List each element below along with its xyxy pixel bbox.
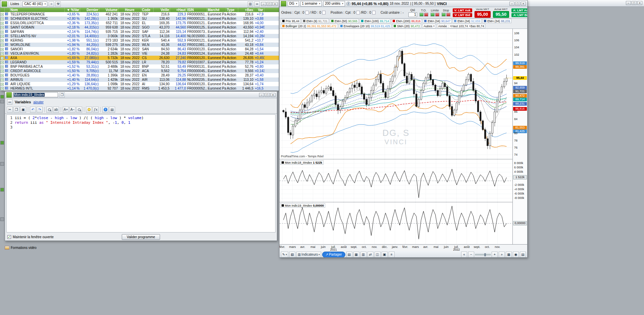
column-header--haut[interactable]: +Haut [170, 8, 187, 12]
open-chart-icon[interactable] [5, 56, 8, 59]
link-icon[interactable]: ∞ [254, 1, 260, 7]
column-header-isin[interactable]: ISIN [187, 8, 207, 12]
replace-icon[interactable]: ab [53, 107, 59, 113]
table-row[interactable]: +TELEPERFORMANCE+3,65 %224,5(c)462 24118… [0, 12, 279, 16]
legend-item[interactable]: EMA (50)90,565 [330, 19, 359, 23]
font-increase-icon[interactable]: A+ [63, 107, 69, 113]
limit-sell-icon[interactable] [435, 13, 439, 16]
open-chart-icon[interactable] [5, 52, 8, 55]
open-chart-icon[interactable] [5, 87, 8, 90]
cut-icon[interactable]: ✂ [7, 107, 13, 113]
column-header-veille[interactable]: Veille [154, 8, 170, 12]
add-to-portfolio-icon[interactable]: + [1, 87, 4, 90]
redo-icon[interactable]: ↷ [37, 107, 43, 113]
undo-icon[interactable]: ↶ [30, 107, 36, 113]
open-chart-icon[interactable] [5, 60, 8, 63]
keyboard-icon[interactable]: ⌗ [49, 1, 54, 7]
add-to-portfolio-icon[interactable]: + [1, 44, 4, 47]
dock-icon[interactable] [0, 188, 4, 192]
open-chart-icon[interactable] [5, 43, 8, 46]
add-to-portfolio-icon[interactable]: + [1, 35, 4, 38]
column-header-type[interactable]: Type [226, 8, 238, 12]
new-chart-icon[interactable]: ▥ [248, 1, 253, 7]
add-variable-link[interactable]: ajouter [33, 100, 44, 104]
buy-market-button[interactable]: 95,50 [493, 11, 509, 18]
open-chart-icon[interactable] [5, 65, 8, 68]
indicator-pane-2[interactable]: Mon indic19_IIIndex 0,00000 [280, 202, 527, 244]
sell-limit-bid-button[interactable]: V: LMT Bid [453, 13, 472, 17]
open-chart-icon[interactable] [5, 12, 8, 15]
add-to-portfolio-icon[interactable]: + [1, 13, 4, 16]
compare-icon[interactable]: ⇄ [367, 252, 374, 258]
search-icon[interactable] [46, 107, 52, 113]
table-row[interactable]: +SAINT GOBAIN+2,18 %44,315(c)959 63818 n… [0, 25, 279, 30]
chart-close-button[interactable]: × [521, 2, 526, 6]
open-chart-icon[interactable] [5, 39, 8, 42]
legend-item[interactable]: Bollinger (20 2)99,391 81,553 90,472 [281, 24, 338, 28]
paste-icon[interactable]: ▣ [20, 107, 26, 113]
legend-item[interactable]: Enveloppes (20 10)99,519 81,425 [339, 24, 392, 28]
calendar-icon[interactable]: ▦ [506, 252, 512, 258]
column-header-dernier[interactable]: Dernier [80, 8, 99, 12]
add-to-portfolio-icon[interactable]: + [1, 57, 4, 60]
legend-item[interactable]: EMA (100)89,714 [360, 19, 390, 23]
open-chart-icon[interactable] [5, 78, 8, 81]
code-area[interactable]: 1iii = ( 2*close - high - low ) /( ( hig… [6, 114, 276, 232]
table-row[interactable]: +KERING+1,98 %551,1(c)273 18318 nov. 202… [0, 38, 279, 43]
table-row[interactable]: +AXA+1,69 %27,080(c)5 732k18 nov. 2022CS… [0, 56, 279, 60]
add-to-portfolio-icon[interactable]: + [1, 48, 4, 51]
add-to-portfolio-icon[interactable]: + [1, 39, 4, 42]
list-selector[interactable]: CAC 40 (41) ▾ [22, 1, 47, 7]
position-doc-icon[interactable] [372, 11, 376, 14]
legend-item[interactable]: Autres▾ [422, 24, 436, 28]
import-code-icon[interactable]: ❐ [59, 92, 65, 98]
open-chart-icon[interactable] [5, 25, 8, 29]
add-to-portfolio-icon[interactable]: + [1, 22, 4, 25]
add-to-portfolio-icon[interactable]: + [1, 17, 4, 20]
legend-item[interactable]: SMA (20)90,472 [392, 24, 421, 28]
open-chart-icon[interactable] [5, 30, 8, 33]
copy-icon[interactable]: ❐ [13, 107, 19, 113]
open-chart-icon[interactable] [5, 47, 8, 50]
function-icon[interactable]: ƒx [93, 107, 99, 113]
main-close-button[interactable]: × [637, 1, 642, 5]
add-to-portfolio-icon[interactable]: + [1, 52, 4, 55]
table-row[interactable]: +SANOFI+1,82 %86,04(c)2 634k18 nov. 2022… [0, 47, 279, 51]
main-maximize-button[interactable]: □ [632, 1, 637, 5]
chart-minimize-button[interactable]: – [509, 2, 514, 6]
split-screen-icon[interactable]: ◫ [375, 252, 381, 258]
open-chart-icon[interactable] [5, 82, 8, 85]
scroll-left-icon[interactable]: « [461, 252, 467, 258]
watchlist-icon[interactable]: ▦ [353, 252, 359, 258]
trailing-sell-icon[interactable] [424, 13, 428, 16]
column-header-var[interactable]: Var [254, 8, 264, 12]
legend-item[interactable]: EMA (9)91,721 [302, 19, 329, 23]
legend-item[interactable]: EMA (200)86,816 [391, 19, 422, 23]
indicator-name-input[interactable]: Mon indic19_IIIndex [13, 92, 58, 97]
table-row[interactable]: +BOUYGUES+1,40 %28,89(c)1 396k18 nov. 20… [0, 73, 279, 77]
watchlist-minimize-button[interactable]: – [261, 2, 266, 6]
indicator-label-indic19[interactable]: Mon indic19_IIIndex 0,00000 [280, 203, 325, 208]
link-windows-icon[interactable]: ≡ [389, 252, 395, 258]
chart-panes[interactable]: DG, S VINCI ProRealTime.com - Temps Réel… [280, 29, 527, 251]
table-row[interactable]: +CREDIT AGRICOLE+1,50 %9,705(c)11,7M18 n… [0, 69, 279, 73]
help-icon[interactable]: ? [102, 107, 108, 113]
scroll-right-icon[interactable]: » [499, 252, 505, 258]
add-to-portfolio-icon[interactable]: + [1, 61, 4, 64]
editor-maximize-button[interactable]: □ [265, 93, 270, 97]
pointer-tool-button[interactable]: ▧ [289, 252, 295, 258]
dock-icon[interactable] [0, 162, 4, 166]
symbol-select[interactable]: DG ▾ [288, 1, 299, 6]
column-header-nom[interactable]: Nom [10, 8, 65, 12]
indicator-label-indic18[interactable]: Mon indic18_IIIndex 1 522k [280, 160, 324, 165]
legend-item[interactable]: Année :+Haut 103,74 +Bas 80,74 [437, 24, 486, 28]
font-decrease-icon[interactable]: A− [69, 107, 76, 113]
open-chart-icon[interactable] [5, 73, 8, 76]
editor-close-button[interactable]: × [270, 93, 276, 97]
add-to-portfolio-icon[interactable]: + [1, 70, 4, 73]
candlestick-icon[interactable]: ▥ [360, 252, 366, 258]
add-to-portfolio-icon[interactable]: + [1, 83, 4, 86]
limit-buy-icon[interactable] [431, 13, 435, 16]
listes-button[interactable]: Listes [8, 1, 21, 7]
column-header--bas[interactable]: +Bas [238, 8, 254, 12]
